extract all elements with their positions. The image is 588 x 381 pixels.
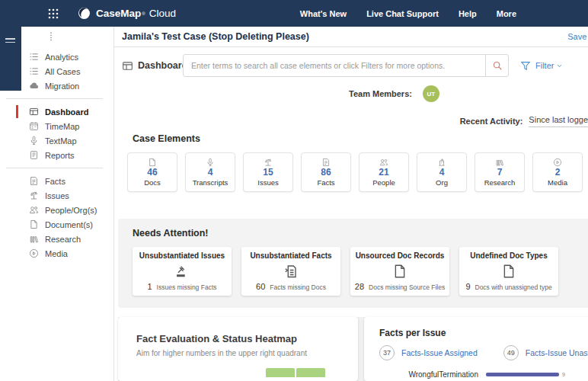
needs-attention-card-undefined-doc-types[interactable]: Undefined Doc Types9Docs with unassigned…: [459, 247, 558, 296]
fpi-stat-count: 49: [503, 345, 519, 360]
sidebar-item-timemap[interactable]: TimeMap: [0, 119, 113, 133]
case-element-count: 7: [497, 168, 503, 178]
case-element-card-docs[interactable]: 46Docs: [127, 152, 177, 192]
sidebar-drag-handle-icon[interactable]: [46, 31, 56, 42]
needs-attention-card-unsourced-doc-records[interactable]: Unsourced Doc Records28Docs missing Sour…: [350, 247, 449, 296]
sidebar-item-research[interactable]: Research: [0, 232, 113, 246]
brand-suffix: Cloud: [149, 8, 176, 19]
sidebar-item-label: Analytics: [45, 53, 78, 62]
heatmap-card: Fact Evaluation & Status Heatmap Aim for…: [118, 317, 358, 381]
case-element-card-media[interactable]: 2Media: [532, 152, 583, 192]
attention-card-caption: Docs with unassigned type: [475, 283, 552, 291]
case-element-count: 21: [379, 168, 388, 178]
case-element-card-issues[interactable]: 15Issues: [243, 152, 293, 192]
topbar-link-more[interactable]: More: [497, 9, 516, 18]
case-element-card-transcripts[interactable]: 4Transcripts: [185, 152, 235, 192]
attention-card-count: 28: [355, 282, 364, 291]
case-element-card-facts[interactable]: 86Facts: [301, 152, 351, 192]
sidebar-item-label: TextMap: [45, 136, 77, 146]
attention-card-title: Unsubstantiated Facts: [250, 251, 331, 260]
topbar-link-what-s-new[interactable]: What's New: [300, 9, 347, 18]
case-element-card-org[interactable]: 4Org: [417, 152, 467, 192]
sidebar-item-label: Issues: [45, 191, 69, 200]
document-icon: [392, 264, 407, 279]
facts-per-issue-title: Facts per Issue: [379, 328, 588, 338]
filter-button[interactable]: Filter: [520, 60, 567, 71]
save-as-template-link[interactable]: Save as Template: [567, 32, 588, 41]
issue-bar: [486, 373, 559, 376]
heatmap-cell: [266, 368, 295, 377]
document-icon: [29, 219, 39, 229]
case-element-card-research[interactable]: 7Research: [475, 152, 525, 192]
needs-attention-card-unsubstantiated-issues[interactable]: Unsubstantiated Issues1Issues missing Fa…: [133, 247, 232, 296]
sidebar-item-label: People/Org(s): [45, 206, 97, 215]
attention-card-count: 9: [465, 282, 470, 291]
sidebar-item-media[interactable]: Media: [0, 246, 113, 261]
mic-icon: [206, 158, 215, 167]
topbar-link-live-chat-support[interactable]: Live Chat Support: [366, 9, 439, 18]
recent-activity-row: Recent Activity: Since last logged on: [114, 115, 588, 127]
sidebar-item-issues[interactable]: Issues: [0, 188, 113, 203]
sidebar-item-label: All Cases: [45, 67, 80, 76]
sidebar-item-label: Migration: [45, 82, 79, 91]
chevron-down-icon: [556, 62, 563, 69]
sidebar-divider: [6, 168, 103, 168]
sidebar-item-dashboard[interactable]: Dashboard: [0, 104, 113, 119]
team-members-row: Team Members: UT: [349, 85, 588, 103]
cloud-icon: [29, 81, 39, 91]
app-grid-icon[interactable]: [47, 8, 59, 20]
case-element-label: Transcripts: [193, 178, 228, 187]
attention-card-title: Unsourced Doc Records: [356, 251, 445, 260]
fact-icon: [29, 176, 39, 186]
team-members-label: Team Members:: [349, 89, 412, 98]
fpi-stat-link[interactable]: Facts-Issue Unassigned: [526, 348, 588, 357]
sidebar-item-people-org-s[interactable]: People/Org(s): [0, 203, 113, 217]
fact-icon: [321, 158, 331, 167]
search-button[interactable]: [485, 55, 508, 76]
search-box: [183, 54, 509, 77]
case-element-count: 46: [147, 168, 157, 178]
needs-attention-card-unsubstantiated-facts[interactable]: Unsubstantiated Facts60Facts missing Doc…: [241, 247, 340, 296]
case-element-count: 2: [555, 168, 561, 178]
attention-card-title: Undefined Doc Types: [470, 251, 548, 260]
dashboard-icon: [122, 60, 133, 72]
mic-icon: [29, 136, 39, 146]
fpi-stat-facts-issue-unassigned: 49Facts-Issue Unassigned: [503, 345, 588, 360]
fpi-stat-link[interactable]: Facts-Issue Assigned: [401, 348, 478, 357]
recent-activity-label: Recent Activity:: [460, 117, 523, 126]
issue-bar-row: WrongfulTermination9: [379, 370, 588, 379]
casemap-logo-icon: [78, 7, 91, 20]
heatmap-cells: [266, 368, 340, 377]
filter-label: Filter: [535, 61, 554, 70]
active-indicator: [16, 105, 18, 118]
attention-card-stat: 1Issues missing Facts: [147, 282, 216, 291]
dashboard-page-label: Dashboard: [122, 60, 183, 72]
search-input[interactable]: [184, 61, 485, 70]
case-element-count: 86: [321, 168, 331, 178]
main-content: Jamila's Test Case (Stop Deleting Please…: [114, 27, 588, 381]
needs-attention-panel: Needs Attention! Unsubstantiated Issues1…: [118, 219, 588, 308]
sidebar-item-document-s[interactable]: Document(s): [0, 217, 113, 232]
sidebar-item-facts[interactable]: Facts: [0, 174, 113, 188]
fpi-stat-count: 37: [379, 345, 395, 360]
sidebar-item-textmap[interactable]: TextMap: [0, 133, 113, 148]
case-element-label: Org: [436, 178, 448, 187]
team-member-avatar[interactable]: UT: [423, 85, 439, 102]
case-element-count: 4: [439, 168, 445, 178]
sidebar-item-reports[interactable]: Reports: [0, 148, 113, 162]
hamburger-menu-icon[interactable]: [5, 38, 15, 45]
attention-card-stat: 60Facts missing Docs: [256, 282, 326, 291]
needs-attention-row: Unsubstantiated Issues1Issues missing Fa…: [133, 247, 588, 296]
topbar-link-help[interactable]: Help: [459, 9, 477, 18]
top-navigation-bar: CaseMap ® Cloud What's NewLive Chat Supp…: [0, 0, 588, 27]
sidebar-item-label: Media: [45, 249, 68, 258]
report-icon: [29, 150, 39, 160]
case-element-card-people[interactable]: 21People: [359, 152, 409, 192]
attention-card-stat: 9Docs with unassigned type: [465, 282, 551, 291]
case-element-label: People: [372, 178, 395, 187]
recent-activity-select[interactable]: Since last logged on: [529, 115, 588, 127]
sidebar-item-label: TimeMap: [45, 122, 79, 131]
facts-per-issue-stats: 37Facts-Issue Assigned49Facts-Issue Unas…: [379, 345, 588, 360]
collapsed-left-panel: [0, 27, 21, 91]
sidebar-item-label: Facts: [45, 177, 66, 186]
